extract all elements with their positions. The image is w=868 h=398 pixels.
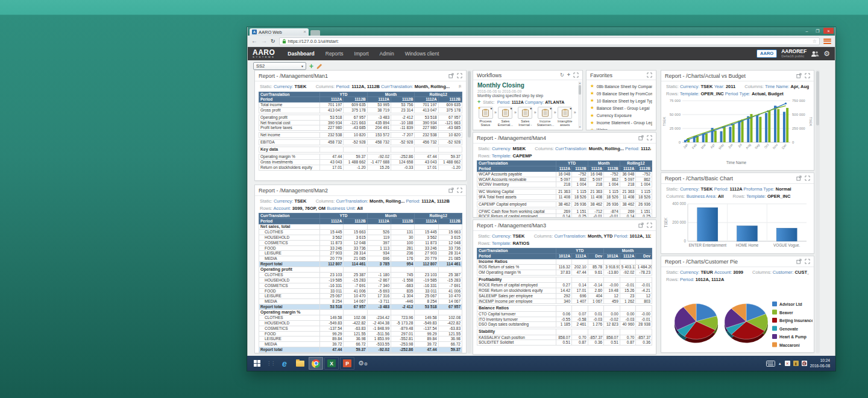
workflow-step[interactable]: ▼Sales External... [497,107,514,127]
step-separator-icon: » [494,110,497,115]
new-tab-button[interactable] [310,30,320,36]
table-row: Report total53 51867 957-3 483-2 41253 5… [259,304,462,309]
svg-text:TSEK: TSEK [664,217,668,227]
edit-pencil-icon[interactable] [316,63,322,69]
settings-gears-icon[interactable]: ⚙⚙ [356,357,370,370]
dashboard-content: SS2 ▾ + Report - /Management/Man1 Static… [248,60,835,356]
panel-report-man1: Report - /Management/Man1 Static: Curren… [254,70,467,181]
favorite-item[interactable]: ★08b Balance Sheet by Company [590,83,652,90]
table-row: Gross profit413 047375 17838 71923 31441… [259,108,462,113]
start-button[interactable] [250,357,264,370]
action-center-icon[interactable]: ✕ [785,361,790,366]
window-close-button[interactable]: × [823,28,834,34]
forward-icon[interactable]: → [261,38,267,44]
powerpoint-icon[interactable]: P [340,357,354,370]
svg-text:Beijing Insurance: Beijing Insurance [779,318,813,323]
svg-text:Nov: Nov [772,143,779,150]
nav-item-admin[interactable]: Admin [374,51,400,57]
report-filters: Static: Currency: TSEK Year: 2011 Column… [661,81,814,98]
chevron-down-icon[interactable]: ▼ [549,107,552,110]
settings-gear-icon[interactable]: ⚙ [823,50,830,57]
star-icon: ★ [590,83,594,90]
table-row: HOUSEHOLD3 5623 615119303 5623 615 [259,235,462,241]
network-icon[interactable]: ▮ [793,361,799,366]
workflow-step[interactable]: ▼Intangible assets [557,107,573,127]
expand-icon[interactable] [457,188,462,193]
popout-icon[interactable] [796,175,802,181]
dashboard-select[interactable]: SS2 ▾ [253,62,306,70]
workflow-step[interactable]: ▼Income Statemen... [537,107,553,127]
tab-title: AARO Web [259,30,282,35]
expand-icon[interactable] [647,72,652,78]
svg-text:TSEK: TSEK [662,117,666,127]
tray-expand-icon[interactable]: ▲ [778,362,782,365]
tab-close-icon[interactable]: × [303,30,306,34]
report-data-table: CurrTranslationYTDMonthRolling12Period11… [259,213,462,353]
add-icon[interactable]: + [477,100,480,105]
chrome-icon[interactable] [309,357,323,370]
address-bar[interactable]: https://127.0.0.1/ui/#start: ☆ [279,37,820,45]
file-explorer-icon[interactable] [293,357,307,370]
svg-text:Jul: Jul [737,143,743,148]
refresh-icon[interactable]: ↻ [560,73,564,78]
expand-icon[interactable] [647,223,652,228]
favorite-item[interactable]: ★Income Statement - Group Legal [590,119,652,127]
favorite-item[interactable]: ★10 Balance Sheet by Legal Type [590,97,652,104]
column3-scrollbar[interactable] [816,70,820,353]
favorite-item[interactable]: ★Water [590,127,652,130]
popout-icon[interactable] [796,259,802,264]
popout-icon[interactable] [448,188,454,193]
table-row: CFWC Cash flow from working capital2691 … [477,209,652,214]
favorite-item[interactable]: ★09 Balance Sheet by FromComp [590,90,652,97]
nav-item-import[interactable]: Import [349,51,374,57]
windows-taskbar: ⋮⋮ e X P ⚙⚙ ▲ ✕ ▮ 🔇 10:24 2016-06-08 [247,356,835,371]
expand-icon[interactable] [805,175,810,181]
tab-favicon: A [252,30,257,34]
browser-menu-icon[interactable] [823,38,831,45]
favorite-item[interactable]: ★Balance Sheet - Group Legal [590,104,652,112]
workflow-step[interactable]: ▼★Process Status [477,107,494,127]
aaro-logo[interactable]: AARO SYSTEMS [253,49,275,58]
workflow-step[interactable]: ▼Sales Internal - [517,107,533,127]
workflow-vscrollbar[interactable]: ▲▼ [578,81,582,128]
nav-item-dashboard[interactable]: Dashboard [282,51,319,57]
chevron-down-icon[interactable]: ▼ [569,107,572,110]
svg-text:Jan: Jan [682,143,688,150]
browser-tab[interactable]: A AARO Web × [250,28,309,36]
expand-icon[interactable] [805,73,810,78]
table-row: Gross investments43 0431 488 662-1 477 6… [259,159,462,165]
favorite-item[interactable]: ★Currency Exposure [590,112,652,119]
expand-icon[interactable] [457,73,462,78]
table-row: MEDIA8 25414 067-3 711-4468 25414 067 [259,299,462,305]
popout-icon[interactable] [638,135,644,141]
bookmark-star-icon[interactable]: ☆ [813,39,817,44]
window-maximize-button[interactable]: ❐ [813,28,823,34]
reload-icon[interactable]: ↻ [271,38,275,44]
ie-icon[interactable]: e [277,357,292,370]
taskbar-clock[interactable]: 10:24 2016-06-08 [810,358,830,369]
nav-item-windows-client[interactable]: Windows client [400,51,445,57]
expand-icon[interactable] [573,72,579,78]
chevron-down-icon[interactable]: ▼ [529,107,532,110]
step-separator-icon: » [534,110,536,115]
popout-icon[interactable] [448,73,454,78]
add-icon[interactable]: + [567,72,570,78]
popout-icon[interactable] [796,73,802,78]
chevron-down-icon[interactable]: ▼ [490,107,493,110]
excel-icon[interactable]: X [324,357,339,370]
table-row: CAPEMP Capital employed38 46226 93638 46… [477,201,652,207]
expand-icon[interactable] [805,259,810,264]
users-icon[interactable] [811,51,819,57]
add-dashboard-icon[interactable]: + [309,63,313,70]
chevron-down-icon[interactable]: ▼ [509,107,512,110]
table-row: LEISURE27 90328 31493423627 90328 314 [259,251,462,256]
keyboard-icon[interactable] [766,361,775,367]
expand-icon[interactable] [647,135,652,141]
volume-muted-icon[interactable]: 🔇 [802,361,807,366]
nav-item-reports[interactable]: Reports [320,51,349,57]
window-minimize-button[interactable]: – [802,28,812,34]
popout-icon[interactable] [638,223,644,228]
column1-scrollbar[interactable] [467,70,471,353]
workflow-name[interactable]: Monthly Closing [477,82,576,89]
back-icon[interactable]: ← [251,38,257,44]
